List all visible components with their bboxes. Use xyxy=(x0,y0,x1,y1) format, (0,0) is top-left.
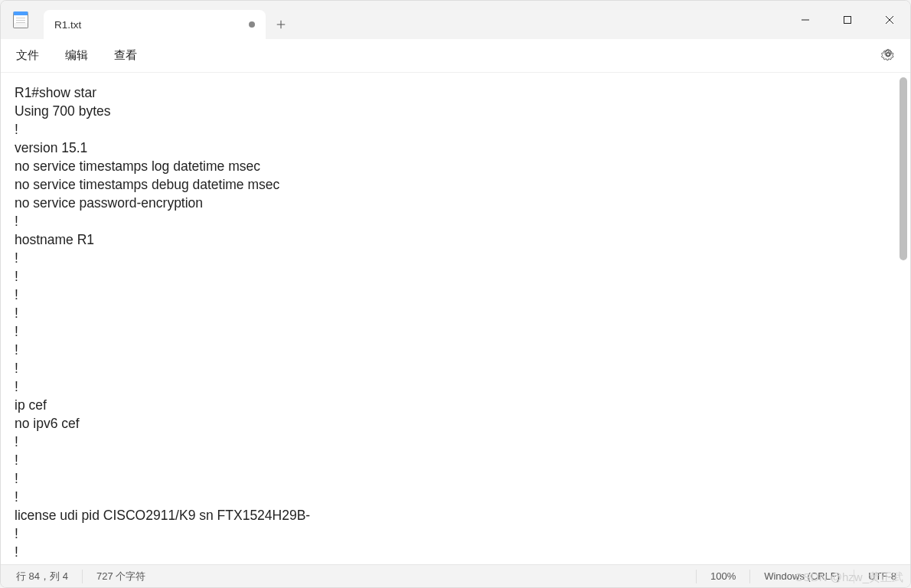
gear-icon xyxy=(881,47,895,61)
scrollbar-thumb[interactable] xyxy=(900,77,907,260)
tab-unsaved-dot-icon xyxy=(249,21,255,28)
editor-area: R1#show star Using 700 bytes ! version 1… xyxy=(1,73,910,564)
status-encoding[interactable]: UTF-8 xyxy=(854,570,910,582)
svg-point-1 xyxy=(887,53,890,56)
menu-file[interactable]: 文件 xyxy=(16,48,39,63)
status-char-count: 727 个字符 xyxy=(83,570,159,583)
minimize-button[interactable] xyxy=(784,1,826,39)
titlebar: R1.txt xyxy=(1,1,910,39)
status-cursor-position: 行 84，列 4 xyxy=(16,570,82,583)
menu-edit[interactable]: 编辑 xyxy=(65,48,88,63)
vertical-scrollbar[interactable] xyxy=(900,77,907,560)
menubar: 文件 编辑 查看 xyxy=(1,39,910,73)
settings-button[interactable] xyxy=(881,47,895,64)
status-line-ending[interactable]: Windows (CRLF) xyxy=(750,570,854,582)
tab-r1-txt[interactable]: R1.txt xyxy=(44,10,266,39)
maximize-button[interactable] xyxy=(826,1,868,39)
window-controls xyxy=(784,1,910,39)
statusbar: 行 84，列 4 727 个字符 100% Windows (CRLF) UTF… xyxy=(1,564,910,587)
close-button[interactable] xyxy=(868,1,910,39)
status-zoom[interactable]: 100% xyxy=(697,570,749,582)
notepad-app-icon xyxy=(8,1,33,39)
text-editor[interactable]: R1#show star Using 700 bytes ! version 1… xyxy=(1,73,910,564)
tab-strip: R1.txt xyxy=(33,1,784,39)
svg-rect-0 xyxy=(844,17,851,24)
tab-title: R1.txt xyxy=(54,19,81,31)
new-tab-button[interactable] xyxy=(266,10,296,39)
menu-view[interactable]: 查看 xyxy=(114,48,137,63)
